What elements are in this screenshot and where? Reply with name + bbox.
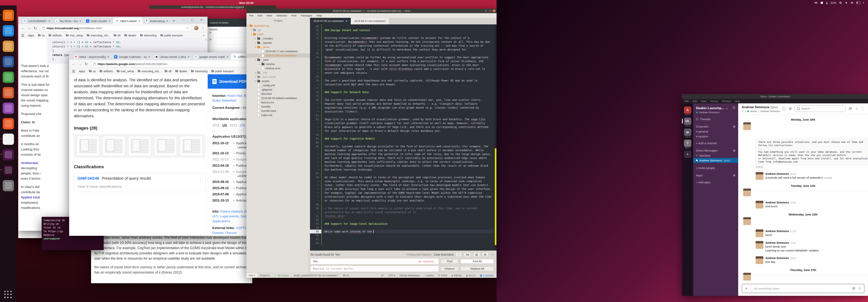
tab-close-icon[interactable]: ✕: [79, 20, 81, 23]
notifications-bell-icon[interactable]: [733, 106, 736, 110]
current-user-name[interactable]: Andrew Simmons: [699, 111, 720, 114]
dms-header[interactable]: Direct Messages: [696, 149, 718, 152]
workspace-icon[interactable]: ≫: [684, 129, 691, 136]
dm-slackbot[interactable]: ♥Slackbot: [693, 153, 738, 158]
add-dm-icon[interactable]: ⊕: [733, 149, 736, 153]
tree-item[interactable]: ▸ _includes: [246, 36, 310, 41]
dock-app-icon[interactable]: [3, 25, 14, 36]
message-timestamp[interactable]: 13:22: [790, 242, 796, 244]
git-label[interactable]: Git (1): [468, 274, 475, 277]
slack-titlebar[interactable]: Slack - Deakin Launchpad: [682, 94, 868, 99]
message-author[interactable]: Andrew Simmons: [765, 230, 789, 233]
workspace-icon[interactable]: T: [684, 140, 691, 147]
bookmark-folder[interactable]: skillsets: [100, 70, 113, 73]
dock-app-icon[interactable]: [3, 103, 14, 114]
browser-tab[interactable]: ≡ draft visualis ✕: [84, 18, 113, 24]
date-divider[interactable]: [743, 228, 749, 238]
tab-close-icon[interactable]: ✕: [226, 55, 228, 58]
menu-item[interactable]: File: [685, 100, 689, 103]
avatar[interactable]: [755, 172, 764, 180]
workspace-icon[interactable]: +: [684, 150, 691, 158]
message-author[interactable]: Andrew Simmons: [765, 201, 789, 204]
bookmark-folder[interactable]: skillsets: [49, 34, 62, 37]
tree-item[interactable]: ▾ _posts: [246, 45, 310, 49]
message-feed[interactable]: Monday, June 10th: [738, 114, 868, 282]
tree-item[interactable]: ▸ minima: [246, 62, 310, 66]
address-bar[interactable]: https://patents.google.com/patent/US9135…: [91, 61, 246, 67]
atom-titlebar[interactable]: 2019-07-05-vis.markdown — ~/src/phd-src/…: [246, 9, 497, 13]
bookmark-folder[interactable]: interesting: [140, 34, 157, 37]
workspace-icon[interactable]: A: [684, 106, 691, 114]
message-timestamp[interactable]: 18:23: [790, 173, 796, 175]
patent-figure-thumb[interactable]: [154, 136, 177, 156]
country-tab[interactable]: US: [222, 124, 227, 127]
chevron-down-icon[interactable]: ⌄: [198, 176, 202, 181]
close-button[interactable]: [493, 9, 495, 12]
bookmark-folder[interactable]: mac_setup: [117, 70, 134, 73]
browser-tab[interactable]: 8 Google Calendar - Ju ✕: [112, 54, 153, 60]
dock-app-icon[interactable]: [3, 41, 14, 52]
avatar[interactable]: [743, 273, 751, 280]
tree-item[interactable]: favicon.ico: [246, 100, 310, 104]
reload-icon[interactable]: ↻: [34, 26, 37, 30]
apps-bookmark[interactable]: Apps: [28, 34, 34, 37]
bookmark-folder[interactable]: deakin: [175, 70, 187, 73]
editor-scrollbar[interactable]: [495, 24, 497, 251]
classification-code-link[interactable]: G06F16/248: [78, 176, 99, 180]
browser-tab[interactable]: ▲ My Drive - Go ✕: [53, 18, 84, 24]
tree-item[interactable]: ▸ assets: [246, 79, 310, 83]
selection-toggle-button[interactable]: ▤: [473, 252, 480, 257]
date-divider[interactable]: [743, 171, 749, 181]
add-channel-link[interactable]: + Add a channel: [693, 141, 738, 145]
forward-icon[interactable]: →: [78, 62, 82, 66]
date-divider[interactable]: Wednesday, June 12th: [738, 213, 868, 216]
message-timestamp[interactable]: 13:16: [790, 201, 796, 204]
avatar[interactable]: [755, 241, 764, 249]
tree-item[interactable]: 2019-06-26-bidaml.markdown: [246, 96, 310, 100]
show-applications-button[interactable]: [4, 291, 12, 299]
apps-grid-icon[interactable]: [21, 34, 24, 37]
country-tab[interactable]: CN: [240, 124, 245, 127]
dock-app-icon[interactable]: [3, 180, 14, 191]
forward-icon[interactable]: →: [27, 26, 31, 30]
editor-tab-active[interactable]: 2019-07-05-vis.markdown: [310, 18, 351, 24]
bookmark-folder[interactable]: executing_not...: [138, 70, 161, 73]
patent-figure-thumb[interactable]: [103, 136, 125, 156]
maximize-button[interactable]: [489, 9, 491, 12]
avatar[interactable]: [743, 217, 751, 225]
replace-input[interactable]: Replace in current buffer: [310, 266, 439, 272]
system-tray[interactable]: 22% ▾: [814, 1, 864, 4]
browser-tab[interactable]: G google sheets explo ✕: [192, 54, 231, 60]
updates-label[interactable]: 4 updates: [483, 274, 494, 277]
window-controls[interactable]: ─ ▢ ✕: [183, 18, 205, 22]
line-ending-label[interactable]: LF: [381, 274, 384, 277]
view-more-classifications-link[interactable]: View 8 more classifications: [78, 184, 202, 189]
message-author[interactable]: Andrew Simmons: [765, 257, 789, 260]
window-controls[interactable]: ─ ▢: [233, 54, 247, 58]
tree-item[interactable]: 2019-06-17-avs.markdown: [246, 49, 310, 54]
editor-tab[interactable]: 2019-06-17-avs.markdown: [351, 18, 389, 24]
file-path-label[interactable]: jekyll/_posts/2019-07-05-vis.markdown*: [291, 273, 341, 278]
bookmark-folder[interactable]: afl: [114, 34, 121, 37]
browser-tab[interactable]: M Inbox - anjsimmo@g ✕: [72, 54, 112, 60]
patent-citations-link[interactable]: Patent citations (94): [220, 210, 250, 213]
search-all-notes-input[interactable]: Search All Notes: [208, 19, 246, 27]
tree-item[interactable]: ▾ vismodel-org: [246, 24, 310, 28]
encoding-label[interactable]: UTF-8: [388, 274, 395, 277]
fetch-label[interactable]: Fetch: [441, 274, 447, 277]
workspace-icon[interactable]: DL: [684, 118, 691, 125]
message-author[interactable]: Andrew Simmons: [765, 241, 789, 244]
dock-app-icon[interactable]: [3, 149, 14, 160]
tree-item[interactable]: Gemfile.lock: [246, 109, 310, 113]
tab-close-icon[interactable]: ✕: [166, 20, 168, 23]
workspace-name[interactable]: Deakin Launchp...: [696, 106, 724, 110]
dock-app-icon[interactable]: [3, 87, 14, 98]
add-channel-icon[interactable]: ⊕: [733, 125, 736, 128]
file-issues-cell[interactable]: File 0: [246, 273, 257, 278]
dock-app-icon[interactable]: [3, 10, 14, 21]
dock-app-icon[interactable]: [3, 165, 14, 176]
menu-item[interactable]: Find: [291, 14, 297, 17]
tree-item[interactable]: index.md: [246, 113, 310, 117]
close-find-icon[interactable]: ✕: [492, 253, 494, 256]
message-timestamp[interactable]: 19:23: [790, 257, 796, 260]
